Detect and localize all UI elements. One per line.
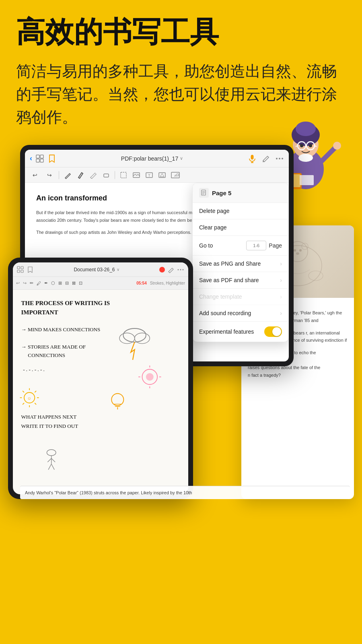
svg-rect-50 xyxy=(17,270,20,272)
small-highlighter[interactable]: ⬡ xyxy=(51,281,55,286)
image-tool[interactable] xyxy=(132,171,141,180)
small-redo[interactable]: ↪ xyxy=(23,281,27,286)
svg-point-84 xyxy=(47,450,56,456)
svg-point-71 xyxy=(123,328,146,342)
svg-point-80 xyxy=(111,394,123,406)
grid-icon[interactable] xyxy=(35,154,44,163)
small-subtoolbar: ↩ ↪ ✏ 🖊 ✒ ⬡ ⊞ ⊟ ⊠ ⊡ 05:54 Strokes, Highl… xyxy=(13,277,188,290)
pencil-tool[interactable] xyxy=(63,171,72,180)
svg-text:→ STORIES ARE MADE OF: → STORIES ARE MADE OF xyxy=(21,344,86,350)
mic-icon[interactable] xyxy=(248,154,257,163)
redo-button[interactable]: ↪ xyxy=(44,170,55,180)
svg-rect-48 xyxy=(17,266,20,269)
svg-point-53 xyxy=(180,269,181,270)
chevron-icon4: › xyxy=(280,310,282,316)
menu-item-experimental[interactable]: Experimental features xyxy=(193,322,288,342)
ipad-small: Document 03-26_6 ∨ ↩ ↪ xyxy=(8,258,193,499)
small-bookmark-icon[interactable] xyxy=(27,266,34,273)
svg-line-67 xyxy=(35,391,36,392)
small-toolbar-title: Document 03-26_6 ∨ xyxy=(36,267,157,272)
small-undo[interactable]: ↩ xyxy=(16,281,20,286)
ipad-subtoolbar: ↩ ↪ xyxy=(25,167,289,183)
toolbar-title: PDF:polar bears(1)_17 ∨ xyxy=(60,155,245,162)
svg-point-25 xyxy=(282,158,283,159)
menu-page-title: Page 5 xyxy=(212,190,231,196)
svg-point-24 xyxy=(279,158,280,159)
svg-point-52 xyxy=(178,269,179,270)
undo-button[interactable]: ↩ xyxy=(30,170,40,180)
add-sound-label: Add sound recording xyxy=(199,310,251,316)
shape-tool[interactable] xyxy=(158,171,167,180)
menu-item-delete-page[interactable]: Delete page xyxy=(193,203,288,219)
back-button[interactable]: ‹ xyxy=(30,154,32,163)
svg-rect-34 xyxy=(177,174,179,176)
selection-tool[interactable] xyxy=(119,171,128,180)
svg-text:→ MIND MAKES CONNECTIONS: → MIND MAKES CONNECTIONS xyxy=(21,327,100,333)
menu-item-save-png[interactable]: Save as PNG and Share › xyxy=(193,256,288,272)
goto-label: Go to xyxy=(199,242,213,249)
svg-rect-19 xyxy=(40,159,43,162)
record-button[interactable] xyxy=(159,267,165,272)
change-template-label: Change template xyxy=(199,293,242,300)
ipad-small-screen: Document 03-26_6 ∨ ↩ ↪ xyxy=(13,262,188,494)
svg-text:IMPORTANT: IMPORTANT xyxy=(21,309,58,316)
experimental-label: Experimental features xyxy=(199,328,254,335)
more-icon[interactable] xyxy=(275,154,284,163)
ocr-tool[interactable]: A xyxy=(171,171,180,180)
svg-line-89 xyxy=(51,464,55,470)
menu-item-save-pdf[interactable]: Save as PDF and share › xyxy=(193,272,288,289)
highlighter-tool[interactable] xyxy=(89,171,98,180)
chevron-icon3: › xyxy=(280,293,282,300)
small-doc-title: Document 03-26_6 xyxy=(74,267,115,272)
chevron-icon2: › xyxy=(280,277,282,283)
small-toolbar: Document 03-26_6 ∨ xyxy=(13,262,188,277)
svg-rect-20 xyxy=(251,155,253,159)
svg-text:CONNECTIONS: CONNECTIONS xyxy=(28,353,65,359)
handwriting-svg: THE PROCESS OF WRITING IS IMPORTANT → MI… xyxy=(13,290,188,494)
bookmark-icon[interactable] xyxy=(47,154,56,163)
main-title: 高效的书写工具 xyxy=(16,16,346,48)
small-grid-icon[interactable] xyxy=(17,266,24,273)
menu-header: Page 5 xyxy=(193,183,288,203)
ipad-toolbar: ‹ PDF:polar bears(1)_17 ∨ xyxy=(25,150,289,167)
menu-item-add-sound[interactable]: Add sound recording › xyxy=(193,305,288,322)
svg-rect-17 xyxy=(40,155,43,158)
page-icon xyxy=(199,188,209,198)
svg-rect-51 xyxy=(21,270,23,272)
svg-text:A: A xyxy=(174,174,177,178)
svg-point-45 xyxy=(294,249,296,252)
small-pen[interactable]: 🖊 xyxy=(37,281,41,286)
pen-icon[interactable] xyxy=(261,154,270,163)
small-pencil[interactable]: ✏ xyxy=(30,281,33,286)
small-img[interactable]: ⊞ xyxy=(58,281,62,286)
menu-item-goto[interactable]: Go to Page xyxy=(193,236,288,256)
small-marker[interactable]: ✒ xyxy=(44,281,48,286)
svg-text:THE PROCESS OF WRITING IS: THE PROCESS OF WRITING IS xyxy=(21,300,110,306)
svg-line-68 xyxy=(23,403,24,405)
text-tool[interactable]: T xyxy=(145,171,154,180)
svg-text:☺: ☺ xyxy=(27,396,31,400)
svg-point-47 xyxy=(296,252,299,255)
small-text[interactable]: ⊟ xyxy=(65,281,69,286)
small-select[interactable]: ⊡ xyxy=(79,281,82,286)
page-suffix: Page xyxy=(269,242,282,249)
svg-rect-18 xyxy=(36,159,39,162)
small-edit-icon[interactable] xyxy=(167,266,175,273)
svg-point-46 xyxy=(299,249,302,252)
svg-point-23 xyxy=(276,158,278,159)
page-number-input[interactable] xyxy=(246,241,266,250)
experimental-toggle[interactable] xyxy=(264,326,282,337)
small-shape[interactable]: ⊠ xyxy=(72,281,76,286)
svg-line-88 xyxy=(48,464,51,470)
svg-line-66 xyxy=(23,391,24,392)
menu-item-change-template[interactable]: Change template › xyxy=(193,289,288,305)
eraser-tool[interactable] xyxy=(102,171,111,180)
recording-timestamp: 05:54 xyxy=(136,281,147,285)
svg-rect-16 xyxy=(36,155,39,158)
small-more-icon[interactable] xyxy=(177,266,184,273)
svg-point-75 xyxy=(146,373,154,381)
divider2 xyxy=(115,171,115,179)
strokes-label: Strokes, Highlighter xyxy=(150,281,185,285)
menu-item-clear-page[interactable]: Clear page xyxy=(193,219,288,236)
marker-tool[interactable] xyxy=(76,171,85,180)
